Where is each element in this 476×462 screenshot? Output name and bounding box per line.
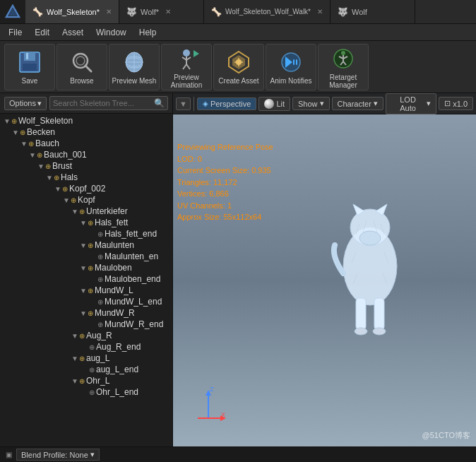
svg-line-18 <box>186 64 190 69</box>
tab-wolf[interactable]: 🐺 Wolf* ✕ <box>119 0 204 23</box>
svg-point-51 <box>373 328 386 335</box>
tree-item-hals-fett-end[interactable]: ▶ ⊕ Hals_fett_end <box>0 228 172 239</box>
tree-item-hals-fett[interactable]: ▼ ⊕ Hals_fett <box>0 217 172 228</box>
tree-item-brust[interactable]: ▼ ⊕ Brust <box>0 160 172 172</box>
tree-item-unterkiefer[interactable]: ▼ ⊕ Unterkiefer <box>0 206 172 217</box>
svg-rect-4 <box>23 64 37 71</box>
svg-line-17 <box>183 64 186 69</box>
menu-file[interactable]: File <box>3 26 28 39</box>
search-box: 🔍 <box>49 96 168 110</box>
info-pose: Previewing Reference Pose <box>177 141 273 153</box>
show-button[interactable]: Show ▾ <box>292 97 330 110</box>
browse-icon <box>69 49 95 76</box>
viewport-3d[interactable]: Previewing Reference Pose LOD: 0 Current… <box>173 114 476 446</box>
tree-item-aug-r-end[interactable]: ▶ ⊕ Aug_R_end <box>0 341 172 353</box>
left-panel-header: Options ▾ 🔍 <box>0 93 172 114</box>
toolbar: Save Browse Preview Mesh <box>0 41 476 93</box>
tree-item-kopf[interactable]: ▼ ⊕ Kopf <box>0 194 172 206</box>
tree-item-becken[interactable]: ▼ ⊕ Becken <box>0 126 172 138</box>
retarget-manager-button[interactable]: Retarget Manager <box>318 44 369 90</box>
tree-item-mauloben-end[interactable]: ▶ ⊕ Mauloben_end <box>0 273 172 285</box>
lit-button[interactable]: Lit <box>258 97 290 111</box>
svg-text:Z: Z <box>210 386 214 393</box>
wolf-svg <box>321 196 420 337</box>
preview-animation-button[interactable]: Preview Animation <box>161 44 212 90</box>
viewport-options-button[interactable]: ▼ <box>176 97 191 110</box>
separator-1 <box>194 97 194 111</box>
info-uv-channels: UV Channels: 1 <box>177 200 273 212</box>
tree-item-ohr-l[interactable]: ▼ ⊕ Ohr_L <box>0 375 172 386</box>
tree-item-mundw-r[interactable]: ▼ ⊕ MundW_R <box>0 307 172 319</box>
preview-mesh-button[interactable]: Preview Mesh <box>109 44 160 90</box>
tree-item-ohr-l-end[interactable]: ▶ ⊕ Ohr_L_end <box>0 386 172 398</box>
preview-animation-icon <box>173 45 200 72</box>
character-arrow-icon: ▾ <box>374 99 378 108</box>
menu-bar: File Edit Asset Window Help <box>0 24 476 41</box>
tab-close-wolf[interactable]: ✕ <box>165 8 171 16</box>
tree-item-bauch[interactable]: ▼ ⊕ Bauch <box>0 138 172 149</box>
bone-icon-wolf-skeleton: ⊕ <box>11 117 17 125</box>
tree-item-mundw-r-end[interactable]: ▶ ⊕ MundW_R_end <box>0 319 172 330</box>
viewport-info: Previewing Reference Pose LOD: 0 Current… <box>177 141 273 223</box>
blend-dropdown-icon: ▾ <box>90 450 95 459</box>
tree-label-wolf-skeleton: Wolf_Skeleton <box>18 116 73 126</box>
menu-edit[interactable]: Edit <box>29 26 55 39</box>
svg-line-7 <box>85 66 91 71</box>
main-layout: Options ▾ 🔍 ▼ ⊕ Wolf_Skeleton ▼ ⊕ Becken <box>0 93 476 446</box>
menu-window[interactable]: Window <box>90 26 132 39</box>
skeleton-tree[interactable]: ▼ ⊕ Wolf_Skeleton ▼ ⊕ Becken ▼ ⊕ Bauch ▼… <box>0 114 172 446</box>
browse-button[interactable]: Browse <box>56 44 107 90</box>
retarget-manager-icon <box>330 45 357 72</box>
info-vertices: Vertices: 6,866 <box>177 188 273 200</box>
tab-wolf-skeleton-walk[interactable]: 🦴 Wolf_Skeleton_Wolf_Walk* ✕ <box>204 0 331 23</box>
perspective-button[interactable]: ◈ Perspective <box>197 97 256 110</box>
tree-item-hals[interactable]: ▼ ⊕ Hals <box>0 172 172 183</box>
svg-point-13 <box>183 49 190 57</box>
tree-item-aug-l[interactable]: ▼ ⊕ aug_L <box>0 353 172 364</box>
lod-button[interactable]: LOD Auto ▾ <box>386 93 436 114</box>
menu-asset[interactable]: Asset <box>56 26 89 39</box>
save-icon <box>16 49 43 76</box>
tree-arrow-wolf-skeleton[interactable]: ▼ <box>3 117 11 125</box>
tree-item-wolf-skeleton[interactable]: ▼ ⊕ Wolf_Skeleton <box>0 115 172 126</box>
blend-profile-button[interactable]: Blend Profile: None ▾ <box>16 449 100 461</box>
character-button[interactable]: Character ▾ <box>332 97 383 110</box>
svg-text:X: X <box>221 411 225 418</box>
svg-marker-19 <box>194 50 199 57</box>
tab-wolf2[interactable]: 🐺 Wolf <box>331 0 415 23</box>
tab-close-wolf-skeleton[interactable]: ✕ <box>106 8 112 16</box>
svg-rect-5 <box>26 53 28 59</box>
svg-point-8 <box>76 57 85 65</box>
tree-item-aug-l-end[interactable]: ▶ ⊕ aug_L_end <box>0 364 172 375</box>
preview-mesh-icon <box>121 49 148 76</box>
tree-item-aug-r[interactable]: ▼ ⊕ Aug_R <box>0 330 172 341</box>
menu-help[interactable]: Help <box>133 26 162 39</box>
tree-item-mauloben[interactable]: ▼ ⊕ Mauloben <box>0 262 172 273</box>
lit-sphere-icon <box>264 99 274 109</box>
options-button[interactable]: Options ▾ <box>4 97 47 110</box>
tree-item-bauch-001[interactable]: ▼ ⊕ Bauch_001 <box>0 149 172 160</box>
create-asset-button[interactable]: Create Asset <box>213 44 264 90</box>
viewport-toolbar: ▼ ◈ Perspective Lit Show ▾ Character ▾ L… <box>173 93 476 114</box>
info-lod: LOD: 0 <box>177 153 273 165</box>
show-arrow-icon: ▾ <box>320 99 324 108</box>
save-button[interactable]: Save <box>4 44 55 90</box>
tree-item-maulunten-en[interactable]: ▶ ⊕ Maulunten_en <box>0 251 172 262</box>
tree-item-kopf-002[interactable]: ▼ ⊕ Kopf_002 <box>0 183 172 194</box>
search-input[interactable] <box>53 99 152 107</box>
app-logo <box>0 0 25 23</box>
perspective-icon: ◈ <box>203 100 208 107</box>
tree-item-maulunten[interactable]: ▼ ⊕ Maulunten <box>0 239 172 251</box>
anim-notifies-button[interactable]: Anim Notifies <box>266 44 316 90</box>
search-icon[interactable]: 🔍 <box>154 98 165 108</box>
scale-button[interactable]: ⊡ x1.0 <box>439 97 473 110</box>
tree-item-mundw-l[interactable]: ▼ ⊕ MundW_L <box>0 285 172 296</box>
svg-point-39 <box>359 231 381 245</box>
left-panel: Options ▾ 🔍 ▼ ⊕ Wolf_Skeleton ▼ ⊕ Becken <box>0 93 173 446</box>
tab-close-walk[interactable]: ✕ <box>317 8 323 16</box>
blend-profile-icon: ▣ <box>6 451 12 458</box>
svg-rect-3 <box>24 52 35 61</box>
tab-wolf-skeleton[interactable]: 🦴 Wolf_Skeleton* ✕ <box>25 0 119 23</box>
tree-item-mundw-l-end[interactable]: ▶ ⊕ MundW_L_end <box>0 296 172 307</box>
right-panel: ▼ ◈ Perspective Lit Show ▾ Character ▾ L… <box>173 93 476 446</box>
